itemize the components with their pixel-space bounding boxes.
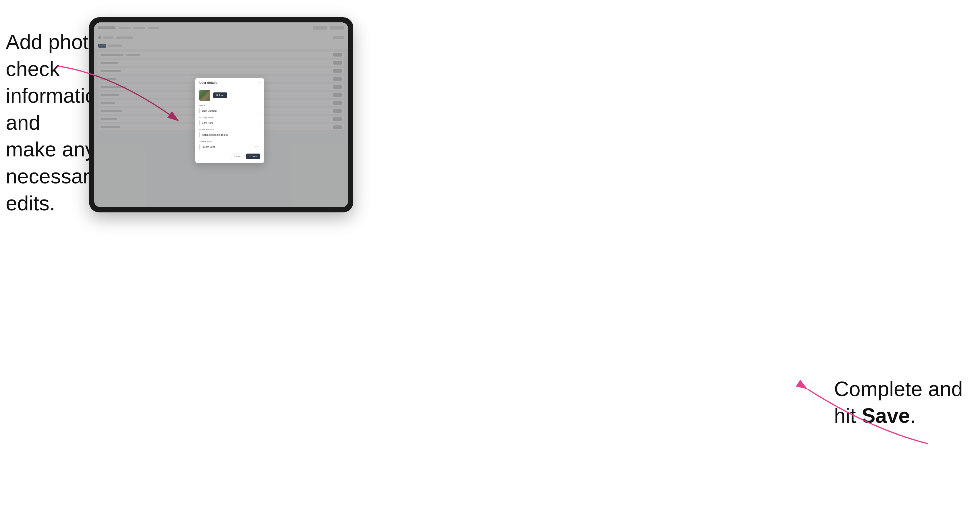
display-name-input[interactable] bbox=[199, 120, 260, 126]
email-field-group: Email address bbox=[199, 128, 260, 138]
modal-footer: Cancel ⬆ Save bbox=[199, 152, 260, 159]
save-button[interactable]: ⬆ Save bbox=[246, 154, 260, 159]
cancel-button[interactable]: Cancel bbox=[231, 154, 244, 159]
display-name-field-group: Display name bbox=[199, 116, 260, 126]
name-label: Name bbox=[199, 104, 260, 107]
close-icon[interactable]: × bbox=[258, 81, 260, 84]
avatar bbox=[199, 90, 210, 101]
photo-section: Upload bbox=[199, 90, 260, 101]
right-annotation: Complete and hit Save. bbox=[834, 376, 963, 429]
email-input[interactable] bbox=[199, 132, 260, 138]
school-year-field-group: School Year Fourth Year × ⌃ bbox=[199, 140, 260, 150]
avatar-image bbox=[199, 90, 210, 101]
modal-header: User details × bbox=[195, 78, 264, 87]
school-year-select-wrapper: Fourth Year × ⌃ bbox=[199, 144, 260, 150]
school-year-label: School Year bbox=[199, 140, 260, 143]
email-label: Email address bbox=[199, 128, 260, 131]
select-icons: × ⌃ bbox=[255, 146, 259, 148]
tablet-device: User details × Upload Name bbox=[89, 17, 353, 213]
modal-overlay: User details × Upload Name bbox=[94, 22, 348, 207]
modal-body: Upload Name Display name Email address bbox=[195, 87, 264, 163]
school-year-select[interactable]: Fourth Year bbox=[199, 144, 260, 150]
school-year-value: Fourth Year bbox=[202, 146, 215, 148]
name-field-group: Name bbox=[199, 104, 260, 114]
modal-title: User details bbox=[199, 81, 217, 84]
tablet-screen: User details × Upload Name bbox=[94, 22, 348, 207]
save-icon: ⬆ bbox=[249, 155, 251, 157]
upload-button[interactable]: Upload bbox=[213, 92, 227, 98]
chevron-down-icon: ⌃ bbox=[257, 146, 259, 148]
save-label: Save bbox=[252, 155, 257, 157]
display-name-label: Display name bbox=[199, 116, 260, 119]
name-input[interactable] bbox=[199, 108, 260, 114]
clear-icon[interactable]: × bbox=[255, 146, 256, 148]
user-details-modal: User details × Upload Name bbox=[195, 78, 264, 163]
